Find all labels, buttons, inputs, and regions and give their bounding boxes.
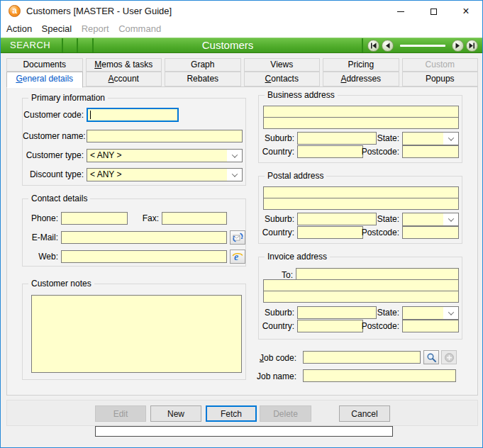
screen-title: Customers [92,38,362,52]
tab-rebates[interactable]: Rebates [165,72,241,86]
country-label: Country: [259,147,294,157]
new-button[interactable]: New [150,405,201,422]
invoice-state-select[interactable] [402,306,459,320]
job-code-search-button[interactable] [423,350,439,364]
tab-label: emos & tasks [101,60,152,69]
job-code-label: Job code: [250,353,296,364]
tab-popups[interactable]: Popups [402,72,479,86]
tab-account[interactable]: Account [86,72,162,86]
postal-state-select[interactable] [402,213,459,226]
email-input[interactable] [61,231,227,244]
customer-notes-textarea[interactable] [31,295,242,373]
previous-record-button[interactable] [382,40,394,52]
minimize-button[interactable] [384,1,417,22]
business-address-line2-input[interactable] [263,117,459,129]
tab-addresses[interactable]: Addresses [323,72,399,86]
postcode-label: Postcode: [358,228,399,238]
edit-button[interactable]: Edit [95,405,146,422]
record-position-slider[interactable] [400,45,445,47]
previous-record-icon [384,43,391,49]
customer-name-input[interactable] [87,130,243,142]
minimize-icon [397,11,404,12]
suburb-label: Suburb: [259,133,294,144]
discount-type-value: < ANY > [87,169,227,181]
business-postcode-input[interactable] [402,145,459,158]
chevron-down-icon[interactable] [443,213,458,225]
business-state-select[interactable] [402,132,459,145]
close-button[interactable]: × [450,1,482,22]
tab-general-details[interactable]: General details [6,72,83,88]
invoice-address-line3-input[interactable] [263,291,459,303]
tab-views[interactable]: Views [244,58,321,72]
chevron-down-icon[interactable] [443,307,458,319]
maximize-button[interactable] [417,1,450,22]
chevron-down-icon[interactable] [443,133,458,145]
invoice-suburb-input[interactable] [297,306,377,319]
business-address-line1-input[interactable] [263,106,459,118]
tab-pricing[interactable]: Pricing [323,58,399,72]
tab-label: Graph [191,60,214,69]
tab-row-2: General details Account Rebates Contacts… [6,72,478,86]
job-name-input[interactable] [303,369,456,382]
fetch-button[interactable]: Fetch [206,405,257,422]
invoice-to-input[interactable] [296,268,459,280]
action-button-panel: Edit New Fetch Delete Cancel [6,400,478,426]
cancel-button[interactable]: Cancel [339,405,390,422]
tab-label: Pricing [348,60,374,69]
postal-suburb-input[interactable] [297,213,377,225]
tab-label: ccount [114,74,139,84]
job-code-input[interactable] [303,351,421,364]
tab-label: Custom [426,60,455,69]
customer-code-input[interactable] [87,108,179,122]
phone-input[interactable] [61,212,128,225]
invoice-address-group: Invoice address To: Suburb: State: Count… [258,257,462,340]
tab-label: eneral details [23,74,73,84]
menu-command[interactable]: Command [118,23,161,34]
fax-input[interactable] [162,212,227,225]
invoice-country-input[interactable] [297,320,363,332]
web-input[interactable] [61,250,227,263]
next-record-button[interactable] [452,40,464,52]
label-text: ob code: [264,353,296,363]
app-icon: a [9,5,21,17]
tab-accesskey: A [109,74,114,84]
first-record-button[interactable] [367,40,379,52]
tab-contacts[interactable]: Contacts [244,72,321,86]
invoice-postcode-input[interactable] [402,320,459,332]
customer-code-label: Customer code: [23,110,84,121]
chevron-glyph [448,135,453,140]
magnifier-icon [426,352,437,363]
postal-state-value [403,213,443,225]
customer-type-select[interactable]: < ANY > [87,149,243,162]
discount-type-select[interactable]: < ANY > [87,168,243,181]
menu-bar: Action Special Report Command [1,22,482,38]
tab-memos-tasks[interactable]: Memos & tasks [86,58,162,72]
last-record-button[interactable] [466,40,478,52]
menu-report[interactable]: Report [82,23,109,34]
chevron-glyph [448,309,453,315]
delete-button[interactable]: Delete [260,405,311,422]
app-icon-letter: a [12,6,17,16]
plus-circle-icon [444,352,455,363]
job-code-add-button[interactable] [441,350,457,364]
business-state-value [403,133,443,145]
send-email-button[interactable] [230,230,245,245]
business-country-input[interactable] [297,145,363,158]
menu-special[interactable]: Special [42,23,72,34]
postal-country-input[interactable] [297,226,363,239]
postal-address-line2-input[interactable] [263,198,459,210]
postal-address-line1-input[interactable] [263,186,459,198]
tab-documents[interactable]: Documents [6,58,83,72]
postal-postcode-input[interactable] [402,226,459,239]
tab-graph[interactable]: Graph [165,58,241,72]
tab-custom[interactable]: Custom [402,58,479,72]
chevron-down-icon[interactable] [227,150,242,162]
business-suburb-input[interactable] [297,132,377,145]
menu-action[interactable]: Action [6,23,32,34]
state-label: State: [375,133,399,144]
business-address-group: Business address Suburb: State: Country:… [258,95,462,163]
invoice-address-line2-input[interactable] [263,279,459,291]
next-record-icon [455,43,461,49]
chevron-down-icon[interactable] [227,169,242,181]
open-website-button[interactable]: e [230,250,245,264]
